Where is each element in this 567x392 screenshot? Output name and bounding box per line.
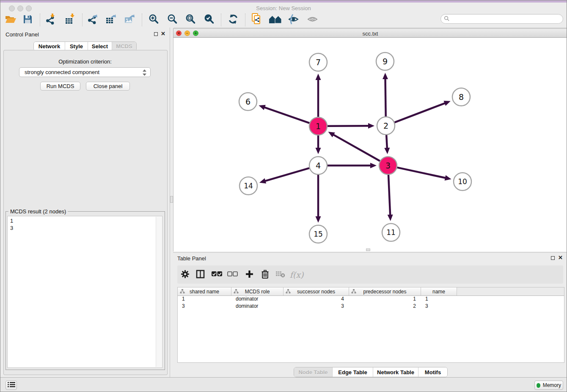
tab-motifs[interactable]: Motifs (418, 367, 447, 377)
memory-button-label: Memory (543, 382, 561, 388)
toggle-panel-mode-button[interactable] (193, 268, 207, 281)
graph-edge-2-3[interactable] (384, 135, 390, 154)
tab-node-table[interactable]: Node Table (294, 367, 332, 377)
graph-node-8[interactable]: 8 (452, 88, 470, 106)
memory-button[interactable]: Memory (534, 381, 563, 390)
svg-text:11: 11 (386, 228, 396, 237)
node-table: shared nameMCDS rolesuccessor nodesprede… (177, 287, 564, 363)
mcds-result-line: 3 (10, 224, 162, 232)
export-image-button[interactable] (122, 14, 138, 26)
graph-edge-2-8[interactable] (395, 101, 451, 122)
graph-edge-3-11[interactable] (388, 175, 393, 221)
toolbar-separator (40, 14, 40, 26)
close-table-panel-button[interactable]: ✕ (558, 256, 563, 260)
graph-edge-1-6[interactable] (259, 105, 309, 123)
import-network-button[interactable] (43, 14, 58, 26)
zoom-in-icon (148, 14, 159, 26)
show-all-nodes-button[interactable] (267, 14, 283, 26)
svg-text:10: 10 (458, 177, 467, 186)
cell-shared-name: 3 (178, 303, 231, 310)
table-toolbar: f(x) (177, 265, 563, 284)
splitter-grip[interactable] (170, 196, 173, 203)
zoom-fit-content-button[interactable] (183, 14, 198, 26)
close-panel-button[interactable]: Close panel (86, 82, 130, 91)
optimization-criterion-select[interactable]: strongly connected component (19, 67, 151, 77)
tab-select[interactable]: Select (88, 42, 112, 51)
mcds-result-group: MCDS result (2 nodes) 13 (6, 211, 165, 370)
add-column-button[interactable] (242, 268, 256, 281)
graph-node-4[interactable]: 4 (309, 157, 327, 174)
show-hidden-button (305, 14, 320, 26)
hide-selected-button[interactable] (286, 14, 301, 26)
plus-icon (245, 270, 253, 280)
tab-edge-table[interactable]: Edge Table (332, 367, 373, 377)
graph-edge-1-7[interactable] (316, 74, 321, 117)
graph-node-7[interactable]: 7 (309, 53, 327, 71)
canvas-grip[interactable] (366, 248, 370, 251)
graph-node-1[interactable]: 1 (309, 117, 327, 135)
result-scrollbar[interactable] (156, 217, 162, 367)
graph-edge-1-2[interactable] (328, 123, 374, 129)
table-row[interactable]: 1dominator411 (178, 295, 564, 303)
graph-node-9[interactable]: 9 (376, 52, 394, 70)
tab-network-table[interactable]: Network Table (373, 367, 418, 377)
graph-node-15[interactable]: 15 (309, 225, 327, 243)
graph-edge-2-9[interactable] (383, 73, 388, 116)
graph-edge-4-14[interactable] (259, 168, 309, 183)
mcds-result-list[interactable]: 13 (7, 216, 162, 368)
refresh-icon (228, 14, 239, 26)
table-settings-button[interactable] (178, 268, 192, 281)
first-neighbors-icon (251, 13, 262, 27)
search-input[interactable] (451, 16, 563, 22)
graph-edge-3-1[interactable] (328, 132, 380, 161)
column-header-shared-name[interactable]: shared name (178, 287, 231, 295)
column-header-successor-nodes[interactable]: successor nodes (284, 287, 349, 295)
cell-MCDS-role: dominator (231, 303, 284, 310)
deselect-all-rows-button[interactable] (226, 268, 239, 281)
select-all-rows-button[interactable] (210, 268, 223, 281)
column-header-name[interactable]: name (421, 287, 457, 295)
column-header-MCDS-role[interactable]: MCDS role (231, 287, 284, 295)
tab-mcds[interactable]: MCDS (112, 42, 136, 51)
run-mcds-button[interactable]: Run MCDS (40, 82, 80, 91)
toolbar-separator (221, 14, 221, 26)
graph-node-10[interactable]: 10 (454, 173, 471, 190)
network-canvas[interactable]: 7968124314101511 (173, 38, 567, 251)
panel-selector-button[interactable] (6, 381, 17, 390)
graph-node-3[interactable]: 3 (379, 157, 397, 174)
export-table-button[interactable] (104, 14, 119, 26)
tab-network[interactable]: Network (34, 42, 65, 51)
save-session-button[interactable] (20, 14, 35, 26)
zoom-selected-button[interactable] (201, 14, 217, 26)
svg-text:6: 6 (245, 97, 250, 106)
delete-column-button[interactable] (258, 268, 272, 281)
zoom-in-button[interactable] (146, 14, 161, 26)
graph-node-2[interactable]: 2 (377, 117, 395, 135)
graph-edge-3-10[interactable] (397, 168, 451, 181)
first-neighbors-button[interactable] (249, 14, 264, 26)
window-titlebar: Session: New Session (0, 3, 567, 12)
cell-MCDS-role: dominator (231, 295, 284, 303)
deselect-all-icon (227, 271, 238, 279)
float-control-panel-button[interactable] (154, 32, 158, 36)
network-window-titlebar[interactable]: ✕ − + scc.txt (173, 28, 567, 38)
table-row[interactable]: 3dominator323 (178, 303, 564, 310)
export-network-button[interactable] (85, 14, 100, 26)
graph-node-14[interactable]: 14 (239, 177, 257, 195)
zoom-out-button[interactable] (165, 14, 180, 26)
tab-style[interactable]: Style (65, 42, 88, 51)
graph-edge-1-4[interactable] (316, 135, 321, 154)
graph-edge-4-15[interactable] (316, 175, 321, 223)
close-control-panel-button[interactable]: ✕ (161, 32, 165, 36)
network-window-title: scc.txt (173, 30, 567, 37)
window-title: Session: New Session (0, 5, 567, 11)
graph-node-11[interactable]: 11 (382, 224, 400, 241)
import-table-button[interactable] (63, 14, 78, 26)
column-header-predecessor-nodes[interactable]: predecessor nodes (349, 287, 421, 295)
graph-node-6[interactable]: 6 (239, 93, 257, 110)
search-field[interactable] (440, 14, 563, 24)
apply-layout-button[interactable] (226, 14, 241, 26)
graph-edge-4-3[interactable] (328, 163, 377, 168)
float-table-panel-button[interactable] (551, 256, 555, 260)
open-session-button[interactable] (3, 14, 18, 26)
